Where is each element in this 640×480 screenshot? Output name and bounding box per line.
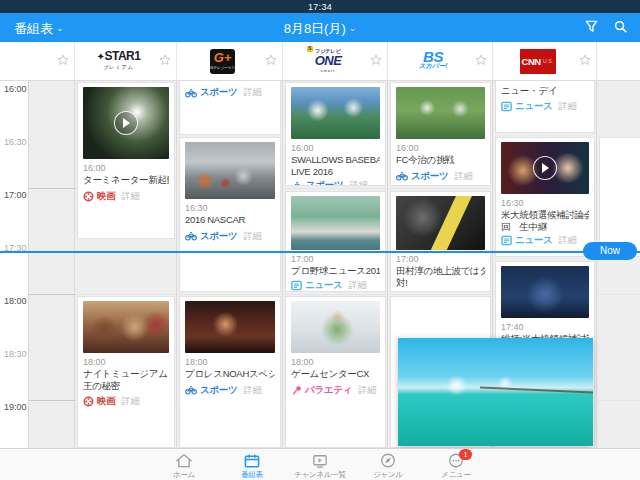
program-title: 米大統領選候補討論会 第1 xyxy=(501,209,589,221)
genre-label: 映画 xyxy=(97,190,115,203)
program-card[interactable]: 16:30 米大統領選候補討論会 第1 回 生中継 ニュース 詳細 xyxy=(495,137,595,257)
chevron-down-icon: ⌄ xyxy=(349,23,357,33)
movie-genre-icon xyxy=(83,191,94,202)
detail-link[interactable]: 詳細 xyxy=(121,395,139,408)
calendar-icon xyxy=(241,452,263,469)
notification-badge: 1 xyxy=(459,449,472,460)
program-card[interactable]: 16:00 FC今治の挑戦 スポーツ 詳細 xyxy=(390,82,491,186)
channel-header-bs-sukapaa[interactable]: BS スカパー! xyxy=(388,42,493,80)
program-grid[interactable]: 16:00 16:30 17:00 17:30 18:00 18:30 19:0… xyxy=(0,80,640,448)
channel-header-gplus[interactable]: G+ 日テレジータス xyxy=(177,42,283,80)
program-title: ニュー・デイ xyxy=(501,85,589,97)
detail-link[interactable]: 詳細 xyxy=(243,384,261,397)
detail-link[interactable]: 詳細 xyxy=(121,190,139,203)
favorite-star-icon[interactable] xyxy=(369,53,383,67)
channel-header-star1[interactable]: ✦STAR1 プレミアム xyxy=(75,42,177,80)
program-card[interactable]: 16:30 2016 NASCAR スポーツ 詳細 xyxy=(179,137,281,292)
channel-logo-star1: ✦STAR1 プレミアム xyxy=(97,51,141,72)
program-card[interactable]: 17:00 プロ野球ニュース2016 ニュース 詳細 xyxy=(285,191,386,292)
program-thumbnail xyxy=(501,266,589,318)
tab-genre[interactable]: ジャンル xyxy=(356,452,420,480)
favorite-star-icon[interactable] xyxy=(264,53,278,67)
program-thumbnail xyxy=(291,87,380,139)
program-thumbnail xyxy=(83,87,169,159)
status-time: 17:34 xyxy=(308,2,332,12)
detail-link[interactable]: 詳細 xyxy=(243,230,261,243)
program-thumbnail xyxy=(291,196,380,250)
home-icon xyxy=(173,452,195,469)
program-thumbnail xyxy=(396,87,485,139)
date-label: 8月8日(月) xyxy=(284,21,346,36)
tab-label: メニュー xyxy=(424,470,488,480)
time-label: 16:30 xyxy=(4,137,30,147)
variety-genre-icon xyxy=(291,385,302,396)
tab-channel-list[interactable]: チャンネル一覧 xyxy=(288,452,352,480)
program-title: ナイトミュージアム 3 エジプト xyxy=(83,368,169,380)
tab-guide[interactable]: 番組表 xyxy=(220,452,284,480)
genre-compass-icon xyxy=(377,452,399,469)
genre-label: ニュース xyxy=(515,234,552,247)
channel-logo-fujione: S フジテレビ ONE smart xyxy=(315,47,342,75)
search-icon[interactable] xyxy=(613,19,628,38)
tab-menu[interactable]: 1 メニュー xyxy=(424,452,488,480)
tab-label: ジャンル xyxy=(356,470,420,480)
date-selector[interactable]: 8月8日(月)⌄ xyxy=(0,20,640,38)
sports-genre-icon xyxy=(185,231,197,241)
detail-link[interactable]: 詳細 xyxy=(348,279,366,292)
program-thumbnail xyxy=(185,301,275,353)
program-card[interactable]: 16:00 ターミネーター新起動 映画 詳細 xyxy=(77,82,175,239)
program-title: ターミネーター新起動 xyxy=(83,174,169,186)
genre-label: スポーツ xyxy=(306,179,343,186)
detail-link[interactable]: 詳細 xyxy=(349,179,367,186)
time-label: 17:00 xyxy=(4,190,30,200)
program-card[interactable]: 17:00 田村淳の地上波ではダメ!絶 対! バラエティ 詳細 xyxy=(390,191,491,292)
favorite-star-icon[interactable] xyxy=(158,53,172,67)
tab-label: チャンネル一覧 xyxy=(288,470,352,480)
channel-header-cnn-us[interactable]: CNN U.S. xyxy=(493,42,597,80)
tab-home[interactable]: ホーム xyxy=(152,452,216,480)
program-card[interactable]: スポーツ 詳細 xyxy=(179,80,281,135)
program-title: 田村淳の地上波ではダメ!絶 xyxy=(396,265,485,277)
now-pill[interactable]: Now xyxy=(583,242,637,260)
play-icon[interactable] xyxy=(533,156,557,180)
movie-genre-icon xyxy=(83,396,94,407)
detail-link[interactable]: 詳細 xyxy=(463,290,481,292)
program-time: 16:00 xyxy=(291,143,380,153)
program-card[interactable]: 18:00 ゲームセンターCX バラエティ 詳細 xyxy=(285,296,386,448)
program-card[interactable]: ニュー・デイ ニュース 詳細 xyxy=(495,80,595,133)
favorite-star-icon[interactable] xyxy=(56,53,70,67)
now-indicator-line xyxy=(0,251,640,253)
app-bar: 番組表⌄ 8月8日(月)⌄ xyxy=(0,13,640,42)
detail-link[interactable]: 詳細 xyxy=(558,234,576,247)
favorite-star-icon[interactable] xyxy=(578,53,592,67)
program-thumbnail xyxy=(185,142,275,199)
detail-link[interactable]: 詳細 xyxy=(454,170,472,183)
genre-label: ニュース xyxy=(515,100,552,113)
program-card[interactable]: 18:00 プロレスNOAHスペシャル スポーツ 詳細 xyxy=(179,296,281,448)
genre-label: スポーツ xyxy=(200,384,237,397)
program-title: プロレスNOAHスペシャル xyxy=(185,368,275,380)
time-label: 18:30 xyxy=(4,349,30,359)
hour-tick xyxy=(28,400,75,401)
detail-link[interactable]: 詳細 xyxy=(558,100,576,113)
news-genre-icon xyxy=(501,235,512,246)
channel-header-partial-right xyxy=(597,42,640,80)
favorite-star-icon[interactable] xyxy=(474,53,488,67)
detail-link[interactable]: 詳細 xyxy=(358,384,376,397)
channel-header-partial xyxy=(28,42,75,80)
channel-header-fujione[interactable]: S フジテレビ ONE smart xyxy=(283,42,388,80)
program-card-partial[interactable] xyxy=(599,137,640,257)
expanded-preview-thumbnail[interactable] xyxy=(398,338,593,446)
hour-tick xyxy=(28,188,75,189)
program-title: FC今治の挑戦 xyxy=(396,154,485,166)
program-card[interactable]: 18:00 ナイトミュージアム 3 エジプト 王の秘密 映画 詳細 xyxy=(77,296,175,448)
program-time: 16:00 xyxy=(83,163,169,173)
genre-label: バラエティ xyxy=(410,290,457,292)
program-card[interactable]: 16:00 SWALLOWS BASEBALL LIVE 2016 スポーツ 詳… xyxy=(285,82,386,186)
filter-icon[interactable] xyxy=(584,19,599,38)
hour-tick xyxy=(28,294,75,295)
play-icon[interactable] xyxy=(114,111,138,135)
program-thumbnail xyxy=(396,196,485,250)
detail-link[interactable]: 詳細 xyxy=(243,86,261,99)
program-title: LIVE 2016 xyxy=(291,166,380,178)
